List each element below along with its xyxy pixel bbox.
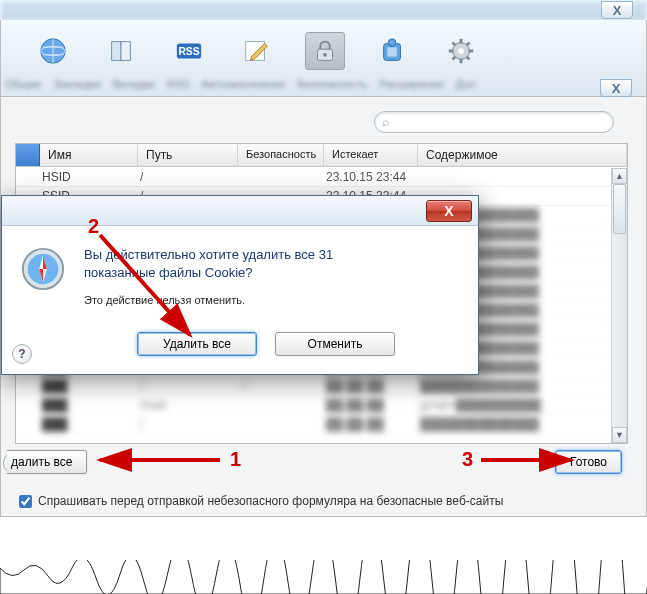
column-name[interactable]: Имя <box>40 144 138 166</box>
cell-path: / <box>140 170 240 184</box>
window-close-button[interactable]: X <box>601 1 633 19</box>
search-icon: ⌕ <box>382 115 389 129</box>
scroll-down-icon[interactable]: ▼ <box>612 427 627 443</box>
column-path[interactable]: Путь <box>138 144 238 166</box>
column-expires[interactable]: Истекает <box>324 144 418 166</box>
gear-icon <box>445 35 477 67</box>
svg-point-6 <box>323 53 327 57</box>
book-icon <box>105 35 137 67</box>
toolbar-general[interactable] <box>33 35 73 67</box>
globe-icon <box>37 35 69 67</box>
insecure-form-warning-option[interactable]: Спрашивать перед отправкой небезопасного… <box>19 494 503 508</box>
question-icon: ? <box>18 347 25 361</box>
column-content[interactable]: Содержимое <box>418 144 627 166</box>
dialog-titlebar[interactable]: X <box>2 196 478 226</box>
insecure-form-warning-checkbox[interactable] <box>19 495 32 508</box>
rss-icon: RSS <box>173 35 205 67</box>
cell-expires: 23.10.15 23:44 <box>326 170 420 184</box>
pencil-icon <box>241 35 273 67</box>
close-icon: X <box>612 81 621 96</box>
table-row[interactable]: ███/mail██.██.██gmail=██████████ <box>16 396 611 415</box>
done-button[interactable]: Готово <box>555 450 622 474</box>
toolbar-security[interactable] <box>305 32 345 70</box>
lock-icon <box>309 35 341 67</box>
close-icon: X <box>613 3 622 18</box>
preferences-toolbar: RSS ОбщиеЗакладкиВкладкиRSSАвтозаполнени… <box>0 20 647 97</box>
dialog-subtext: Это действие нельзя отменить. <box>84 293 333 308</box>
delete-all-button[interactable]: далить все <box>7 450 87 474</box>
dialog-close-button[interactable]: X <box>426 200 472 222</box>
table-row[interactable]: ███/✓██.██.████████████████ <box>16 377 611 396</box>
dialog-text-line2: показанные файлы Cookie? <box>84 264 333 282</box>
search-input[interactable] <box>374 111 614 133</box>
toolbar-advanced[interactable] <box>441 35 481 67</box>
puzzle-icon <box>377 35 409 67</box>
column-security[interactable]: Безопасность <box>238 144 324 166</box>
toolbar-extensions[interactable] <box>373 35 413 67</box>
toolbar-rss[interactable]: RSS <box>169 35 209 67</box>
table-row[interactable]: HSID / 23.10.15 23:44 <box>16 168 611 187</box>
vertical-scrollbar[interactable]: ▲ ▼ <box>611 168 627 443</box>
svg-text:RSS: RSS <box>178 46 199 57</box>
dialog-cancel-button[interactable]: Отменить <box>275 332 395 356</box>
safari-icon <box>20 246 66 295</box>
dialog-text-line1: Вы действительно хотите удалить все 31 <box>84 246 333 264</box>
cell-content <box>420 170 611 184</box>
scroll-track[interactable] <box>612 184 627 427</box>
table-row[interactable]: ███/██.██.████████████████ <box>16 415 611 434</box>
svg-point-8 <box>388 39 396 47</box>
panel-close-button[interactable]: X <box>600 79 632 97</box>
toolbar-autofill[interactable] <box>237 35 277 67</box>
column-selector[interactable] <box>16 144 40 166</box>
dialog-remove-all-button[interactable]: Удалить все <box>137 332 257 356</box>
checkbox-label: Спрашивать перед отправкой небезопасного… <box>38 494 503 508</box>
toolbar-labels-blurred: ОбщиеЗакладкиВкладкиRSSАвтозаполнениеБез… <box>1 76 646 96</box>
cell-name: HSID <box>42 170 140 184</box>
torn-edge <box>0 560 647 594</box>
scroll-up-icon[interactable]: ▲ <box>612 168 627 184</box>
dialog-message: Вы действительно хотите удалить все 31 п… <box>84 246 333 308</box>
cell-security <box>240 170 326 184</box>
svg-rect-9 <box>387 47 396 56</box>
scroll-thumb[interactable] <box>613 184 626 234</box>
confirm-dialog: X Вы действительно хотите удалить все 31… <box>1 195 479 375</box>
search-wrap: ⌕ <box>374 111 614 133</box>
table-header: Имя Путь Безопасность Истекает Содержимо… <box>16 144 627 167</box>
toolbar-bookmarks[interactable] <box>101 35 141 67</box>
close-icon: X <box>444 203 453 219</box>
dialog-help-button[interactable]: ? <box>12 344 32 364</box>
svg-point-11 <box>458 48 464 54</box>
